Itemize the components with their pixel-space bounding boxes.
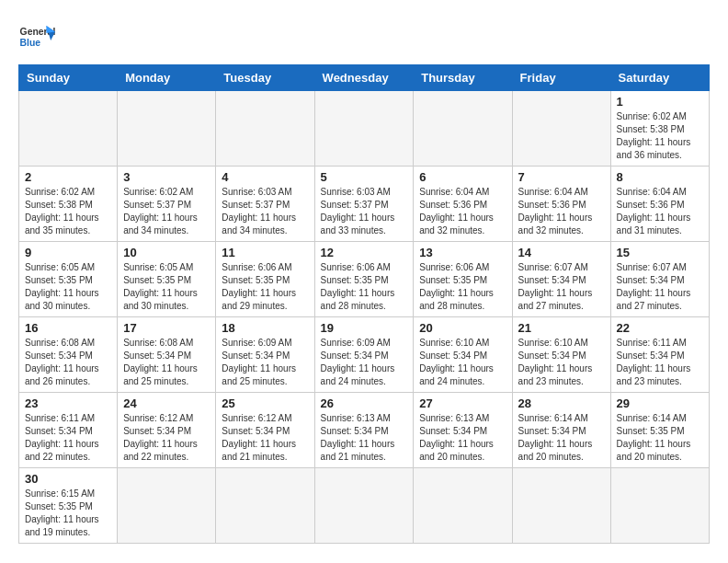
day-info: Sunrise: 6:13 AM Sunset: 5:34 PM Dayligh…	[419, 412, 506, 464]
calendar-week-3: 9Sunrise: 6:05 AM Sunset: 5:35 PM Daylig…	[19, 242, 710, 317]
day-info: Sunrise: 6:15 AM Sunset: 5:35 PM Dayligh…	[25, 488, 111, 539]
day-number: 27	[419, 396, 506, 410]
day-number: 23	[25, 396, 111, 410]
calendar-cell: 3Sunrise: 6:02 AM Sunset: 5:37 PM Daylig…	[118, 167, 216, 242]
calendar-header-row: SundayMondayTuesdayWednesdayThursdayFrid…	[19, 65, 710, 91]
calendar-cell: 7Sunrise: 6:04 AM Sunset: 5:36 PM Daylig…	[512, 167, 610, 242]
day-info: Sunrise: 6:07 AM Sunset: 5:34 PM Dayligh…	[518, 261, 605, 313]
day-info: Sunrise: 6:11 AM Sunset: 5:34 PM Dayligh…	[617, 337, 703, 388]
calendar-cell: 10Sunrise: 6:05 AM Sunset: 5:35 PM Dayli…	[118, 242, 216, 317]
calendar-week-4: 16Sunrise: 6:08 AM Sunset: 5:34 PM Dayli…	[19, 317, 710, 393]
calendar-cell: 11Sunrise: 6:06 AM Sunset: 5:35 PM Dayli…	[216, 242, 314, 317]
calendar-cell	[512, 468, 610, 544]
calendar-cell: 6Sunrise: 6:04 AM Sunset: 5:36 PM Daylig…	[414, 167, 512, 242]
day-info: Sunrise: 6:10 AM Sunset: 5:34 PM Dayligh…	[419, 337, 506, 388]
day-header-tuesday: Tuesday	[216, 65, 314, 91]
calendar-cell: 20Sunrise: 6:10 AM Sunset: 5:34 PM Dayli…	[414, 317, 512, 393]
calendar-cell: 26Sunrise: 6:13 AM Sunset: 5:34 PM Dayli…	[314, 393, 414, 468]
calendar-cell: 30Sunrise: 6:15 AM Sunset: 5:35 PM Dayli…	[19, 468, 118, 544]
calendar-cell: 1Sunrise: 6:02 AM Sunset: 5:38 PM Daylig…	[610, 91, 709, 167]
day-info: Sunrise: 6:04 AM Sunset: 5:36 PM Dayligh…	[419, 186, 506, 237]
calendar-cell: 17Sunrise: 6:08 AM Sunset: 5:34 PM Dayli…	[118, 317, 216, 393]
day-number: 8	[617, 170, 703, 184]
calendar-cell: 24Sunrise: 6:12 AM Sunset: 5:34 PM Dayli…	[118, 393, 216, 468]
day-number: 12	[321, 246, 408, 259]
day-header-sunday: Sunday	[19, 65, 118, 91]
calendar-week-1: 1Sunrise: 6:02 AM Sunset: 5:38 PM Daylig…	[19, 91, 710, 167]
day-number: 14	[518, 246, 605, 259]
day-number: 16	[25, 321, 111, 335]
day-number: 20	[419, 321, 506, 335]
day-number: 1	[617, 95, 703, 109]
day-info: Sunrise: 6:02 AM Sunset: 5:38 PM Dayligh…	[617, 110, 703, 162]
calendar-cell: 19Sunrise: 6:09 AM Sunset: 5:34 PM Dayli…	[314, 317, 414, 393]
day-info: Sunrise: 6:14 AM Sunset: 5:34 PM Dayligh…	[518, 412, 605, 464]
calendar-cell	[19, 91, 118, 167]
day-number: 3	[123, 170, 210, 184]
calendar-cell: 18Sunrise: 6:09 AM Sunset: 5:34 PM Dayli…	[216, 317, 314, 393]
day-info: Sunrise: 6:02 AM Sunset: 5:37 PM Dayligh…	[123, 186, 210, 237]
day-info: Sunrise: 6:04 AM Sunset: 5:36 PM Dayligh…	[617, 186, 703, 237]
calendar-cell	[610, 468, 709, 544]
day-info: Sunrise: 6:09 AM Sunset: 5:34 PM Dayligh…	[321, 337, 408, 388]
day-info: Sunrise: 6:08 AM Sunset: 5:34 PM Dayligh…	[25, 337, 111, 388]
day-number: 5	[321, 170, 408, 184]
day-info: Sunrise: 6:05 AM Sunset: 5:35 PM Dayligh…	[25, 261, 111, 313]
calendar-cell: 27Sunrise: 6:13 AM Sunset: 5:34 PM Dayli…	[414, 393, 512, 468]
calendar-cell: 5Sunrise: 6:03 AM Sunset: 5:37 PM Daylig…	[314, 167, 414, 242]
calendar-cell: 22Sunrise: 6:11 AM Sunset: 5:34 PM Dayli…	[610, 317, 709, 393]
calendar-cell	[414, 91, 512, 167]
day-header-friday: Friday	[512, 65, 610, 91]
calendar-cell: 14Sunrise: 6:07 AM Sunset: 5:34 PM Dayli…	[512, 242, 610, 317]
calendar-cell: 9Sunrise: 6:05 AM Sunset: 5:35 PM Daylig…	[19, 242, 118, 317]
day-number: 4	[222, 170, 308, 184]
calendar-cell: 29Sunrise: 6:14 AM Sunset: 5:35 PM Dayli…	[610, 393, 709, 468]
day-info: Sunrise: 6:06 AM Sunset: 5:35 PM Dayligh…	[419, 261, 506, 313]
day-info: Sunrise: 6:04 AM Sunset: 5:36 PM Dayligh…	[518, 186, 605, 237]
calendar-cell: 8Sunrise: 6:04 AM Sunset: 5:36 PM Daylig…	[610, 167, 709, 242]
day-number: 7	[518, 170, 605, 184]
calendar-cell: 4Sunrise: 6:03 AM Sunset: 5:37 PM Daylig…	[216, 167, 314, 242]
day-number: 26	[321, 396, 408, 410]
day-info: Sunrise: 6:08 AM Sunset: 5:34 PM Dayligh…	[123, 337, 210, 388]
calendar-week-2: 2Sunrise: 6:02 AM Sunset: 5:38 PM Daylig…	[19, 167, 710, 242]
logo: General Blue	[18, 18, 55, 55]
day-header-wednesday: Wednesday	[314, 65, 414, 91]
day-info: Sunrise: 6:10 AM Sunset: 5:34 PM Dayligh…	[518, 337, 605, 388]
calendar-week-6: 30Sunrise: 6:15 AM Sunset: 5:35 PM Dayli…	[19, 468, 710, 544]
day-number: 11	[222, 246, 308, 259]
day-number: 30	[25, 472, 111, 486]
calendar-cell: 15Sunrise: 6:07 AM Sunset: 5:34 PM Dayli…	[610, 242, 709, 317]
calendar-table: SundayMondayTuesdayWednesdayThursdayFrid…	[18, 64, 710, 544]
calendar-cell: 13Sunrise: 6:06 AM Sunset: 5:35 PM Dayli…	[414, 242, 512, 317]
calendar-cell	[512, 91, 610, 167]
day-number: 22	[617, 321, 703, 335]
day-number: 17	[123, 321, 210, 335]
calendar-cell	[414, 468, 512, 544]
day-info: Sunrise: 6:06 AM Sunset: 5:35 PM Dayligh…	[222, 261, 308, 313]
calendar-cell	[118, 91, 216, 167]
day-number: 28	[518, 396, 605, 410]
day-number: 2	[25, 170, 111, 184]
calendar-cell: 16Sunrise: 6:08 AM Sunset: 5:34 PM Dayli…	[19, 317, 118, 393]
day-info: Sunrise: 6:14 AM Sunset: 5:35 PM Dayligh…	[617, 412, 703, 464]
day-header-monday: Monday	[118, 65, 216, 91]
calendar-cell	[314, 91, 414, 167]
day-number: 15	[617, 246, 703, 259]
day-info: Sunrise: 6:13 AM Sunset: 5:34 PM Dayligh…	[321, 412, 408, 464]
day-header-saturday: Saturday	[610, 65, 709, 91]
svg-text:Blue: Blue	[20, 38, 41, 48]
day-number: 21	[518, 321, 605, 335]
calendar-cell	[314, 468, 414, 544]
calendar-cell	[216, 468, 314, 544]
day-info: Sunrise: 6:07 AM Sunset: 5:34 PM Dayligh…	[617, 261, 703, 313]
day-info: Sunrise: 6:06 AM Sunset: 5:35 PM Dayligh…	[321, 261, 408, 313]
calendar-cell	[118, 468, 216, 544]
day-number: 6	[419, 170, 506, 184]
calendar-cell: 23Sunrise: 6:11 AM Sunset: 5:34 PM Dayli…	[19, 393, 118, 468]
calendar-cell: 2Sunrise: 6:02 AM Sunset: 5:38 PM Daylig…	[19, 167, 118, 242]
calendar-cell: 25Sunrise: 6:12 AM Sunset: 5:34 PM Dayli…	[216, 393, 314, 468]
calendar-week-5: 23Sunrise: 6:11 AM Sunset: 5:34 PM Dayli…	[19, 393, 710, 468]
day-number: 18	[222, 321, 308, 335]
day-info: Sunrise: 6:03 AM Sunset: 5:37 PM Dayligh…	[321, 186, 408, 237]
